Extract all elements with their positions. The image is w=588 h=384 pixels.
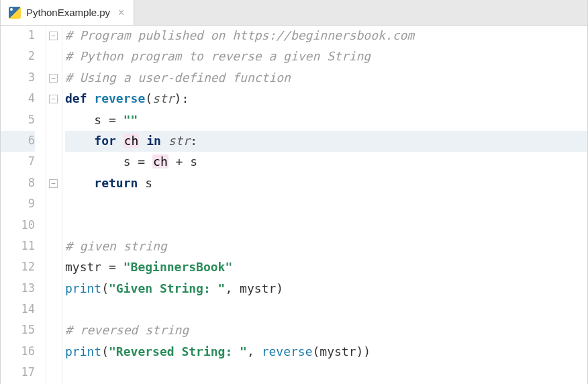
code-token: "Given String: " [109,281,225,295]
line-number: 9 [1,194,35,215]
code-token: # reversed string [65,323,189,337]
code-token: ch [124,134,140,148]
code-line[interactable] [65,363,587,383]
fold-column: −−−− [46,26,62,384]
code-line[interactable]: mystr = "BeginnersBook" [65,257,587,278]
tab-filename: PythonExample.py [26,7,110,18]
code-token: s [145,176,152,190]
code-line[interactable]: print("Given String: ", mystr) [65,279,587,299]
line-number: 7 [1,152,35,173]
file-tab[interactable]: PythonExample.py × [1,0,134,25]
code-token: # Program published on https://beginners… [65,28,414,42]
line-number: 6 [1,131,35,152]
fold-toggle-icon[interactable]: − [49,32,58,40]
code-token: = [109,113,124,127]
line-number: 1 [1,26,35,46]
code-token: (mystr)) [312,344,371,358]
code-token: str [168,134,191,148]
code-token: return [94,176,145,190]
code-token: "" [124,113,138,127]
code-token: "Reversed String: " [109,344,247,358]
line-number: 13 [1,279,35,299]
code-editor[interactable]: 1234567891011121314151617 −−−− # Program… [1,26,587,384]
line-number: 11 [1,236,35,257]
code-token: s = [65,154,152,169]
code-token: # Python program to reverse a given Stri… [65,49,371,63]
code-line[interactable]: # given string [65,236,587,257]
code-token: for [94,134,123,148]
code-line[interactable]: s = "" [65,110,587,131]
code-line[interactable]: for ch in str: [65,131,587,152]
code-token: ch [152,154,168,169]
code-line[interactable]: # Program published on https://beginners… [65,26,587,46]
fold-toggle-icon[interactable]: − [49,179,58,188]
code-token: mystr [65,260,109,274]
code-line[interactable]: # Python program to reverse a given Stri… [65,46,587,67]
line-number: 3 [1,68,35,89]
line-number: 4 [1,89,35,109]
code-token: : [190,134,197,148]
code-token: print [65,344,101,358]
tab-bar: PythonExample.py × [1,0,587,26]
code-token: in [146,134,168,148]
line-number: 14 [1,299,35,320]
line-number: 8 [1,173,35,194]
close-tab-icon[interactable]: × [115,7,124,19]
code-line[interactable]: # reversed string [65,320,587,341]
code-token: s [65,113,109,127]
code-token: # Using a user-defined function [65,70,291,85]
line-number: 12 [1,257,35,278]
line-number: 16 [1,342,35,363]
code-token: reverse [262,344,313,358]
code-token: ): [175,91,189,105]
code-token [139,134,146,148]
code-token: , mystr) [225,281,283,295]
line-number: 5 [1,110,35,131]
code-token: def [65,91,94,105]
code-token: # given string [65,239,167,253]
code-line[interactable] [65,194,587,215]
code-line[interactable]: # Using a user-defined function [65,68,587,89]
code-token: = [109,260,124,274]
code-token: "BeginnersBook" [124,260,233,274]
code-token [65,134,94,148]
code-token: + s [168,154,197,169]
code-token [65,176,94,190]
code-token: ( [101,344,109,358]
fold-toggle-icon[interactable]: − [49,74,58,83]
code-token: ( [145,91,152,105]
code-line[interactable]: print("Reversed String: ", reverse(mystr… [65,342,587,363]
line-number-gutter: 1234567891011121314151617 [1,26,46,384]
code-token: reverse [94,91,145,105]
code-line[interactable]: s = ch + s [65,152,587,173]
code-line[interactable]: def reverse(str): [65,89,587,109]
fold-toggle-icon[interactable]: − [49,95,58,103]
code-token: str [152,91,175,105]
line-number: 15 [1,320,35,341]
code-line[interactable] [65,215,587,236]
code-area[interactable]: # Program published on https://beginners… [62,26,587,384]
code-token: , [247,344,262,358]
code-line[interactable]: return s [65,173,587,194]
code-token: ( [101,281,109,295]
python-file-icon [9,7,21,19]
code-token: print [65,281,101,295]
line-number: 10 [1,215,35,236]
code-line[interactable] [65,299,587,320]
line-number: 17 [1,363,35,383]
line-number: 2 [1,46,35,67]
